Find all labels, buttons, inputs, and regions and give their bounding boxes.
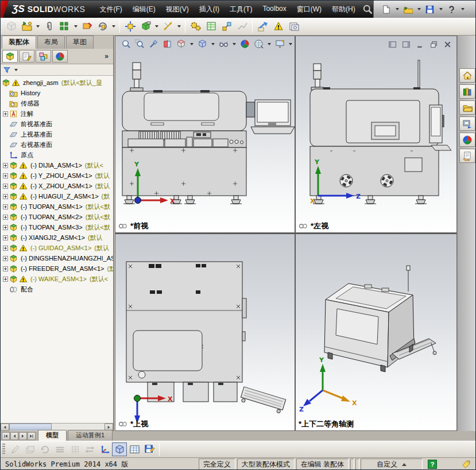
tab-propertymanager[interactable]	[19, 50, 34, 63]
dropdown-caret[interactable]	[190, 43, 194, 45]
panel-overflow-chevron[interactable]: »	[102, 52, 111, 60]
tab-sketch[interactable]: 草图	[66, 36, 94, 49]
tree-expander[interactable]	[2, 201, 9, 212]
zoom-to-area-button[interactable]	[133, 38, 146, 50]
linear-component-pattern-button[interactable]	[57, 20, 72, 34]
tree-item[interactable]: (-) TUOPAN_ASM<1>(默认<默	[1, 201, 113, 212]
dropdown-caret[interactable]	[439, 8, 443, 10]
tree-item[interactable]: 注解	[1, 108, 113, 119]
tree-item[interactable]: (-) WAIKE_ASM<1>(默认<	[1, 274, 113, 284]
tree-expander[interactable]	[2, 170, 9, 181]
dropdown-caret[interactable]	[36, 25, 40, 28]
appearances-scenes-button[interactable]	[459, 133, 475, 147]
tree-item[interactable]: (-) GUIDAO_ASM<1>(默认	[1, 243, 113, 253]
dropdown-caret[interactable]	[74, 25, 78, 28]
section-view-button[interactable]	[161, 38, 174, 50]
menu-view[interactable]: 视图(V)	[161, 2, 194, 17]
quick-tips-help-button[interactable]: ?	[428, 460, 437, 469]
scroll-left-arrow[interactable]	[1, 424, 9, 431]
status-custom-dropdown[interactable]: 自定义	[361, 459, 423, 470]
toolbar-grip[interactable]	[2, 444, 5, 455]
tree-item[interactable]: 前视基准面	[1, 119, 113, 129]
tool-swap-button[interactable]	[82, 442, 97, 456]
tree-item[interactable]: (-) HUAGUI_Z_ASM<1>(默	[1, 191, 113, 201]
search-icon[interactable]	[362, 3, 373, 15]
edit-appearance-button[interactable]	[238, 38, 251, 50]
view-orientation-button[interactable]	[175, 38, 188, 50]
tree-expander[interactable]	[2, 222, 9, 232]
tab-scroll-prev-button[interactable]	[10, 432, 18, 440]
tree-item[interactable]: (-) TUOPAN_ASM<3>(默认<默	[1, 222, 113, 232]
menu-tools[interactable]: 工具(T)	[225, 2, 257, 17]
help-button[interactable]	[445, 3, 459, 15]
tag-icon[interactable]	[461, 459, 473, 469]
tree-expander[interactable]	[2, 181, 9, 191]
tree-item[interactable]: 右视基准面	[1, 139, 113, 150]
zoom-to-fit-button[interactable]	[119, 38, 133, 50]
dropdown-caret[interactable]	[177, 25, 181, 28]
menu-toolbox[interactable]: Toolbox	[257, 2, 291, 17]
dropdown-caret[interactable]	[289, 43, 292, 45]
tree-expander[interactable]	[2, 212, 9, 222]
doc-minimize-button[interactable]	[415, 40, 424, 49]
shaded-with-edges-button[interactable]	[112, 442, 127, 456]
instant3d-button[interactable]	[270, 20, 286, 34]
tree-item[interactable]: 配合	[1, 284, 113, 294]
tab-scroll-last-button[interactable]	[28, 432, 36, 440]
assembly-features-button[interactable]	[138, 20, 153, 34]
menu-help[interactable]: 帮助(H)	[327, 2, 361, 17]
design-library-button[interactable]	[459, 84, 475, 99]
viewport-front[interactable]: Y X *前视	[115, 36, 295, 232]
tool-pencil-button[interactable]	[7, 442, 22, 456]
save-document-button[interactable]	[423, 3, 437, 15]
tab-motion-study-1[interactable]: 运动算例1	[68, 430, 113, 441]
bill-of-materials-button[interactable]	[203, 20, 219, 34]
save-markup-button[interactable]	[142, 442, 157, 456]
new-motion-study-button[interactable]	[188, 20, 203, 34]
dropdown-caret[interactable]	[417, 8, 421, 10]
tab-scroll-next-button[interactable]	[19, 432, 27, 440]
tree-expander[interactable]	[2, 243, 9, 253]
tree-expander[interactable]	[2, 108, 9, 119]
menu-edit[interactable]: 编辑(E)	[127, 2, 161, 17]
filter-caret[interactable]	[14, 69, 18, 71]
dropdown-caret[interactable]	[461, 8, 465, 10]
interference-detection-button[interactable]	[255, 20, 270, 34]
tree-item[interactable]: (-) DIJIA_ASM<1>(默认<	[1, 160, 113, 170]
tree-item[interactable]: (-) Y_ZHOU_ASM<1>(默认	[1, 170, 113, 181]
tree-expander[interactable]	[2, 160, 9, 170]
rotate-component-button[interactable]	[95, 20, 110, 34]
view-palette-button[interactable]	[459, 116, 475, 131]
tree-item[interactable]: 传感器	[1, 98, 113, 108]
tree-expander[interactable]	[2, 191, 9, 201]
tab-displaymanager[interactable]	[52, 50, 68, 63]
coordinate-system-button[interactable]	[97, 442, 112, 456]
dropdown-caret[interactable]	[396, 8, 399, 10]
pane-right-button[interactable]	[401, 40, 411, 49]
dropdown-caret[interactable]	[233, 43, 236, 45]
tab-assembly[interactable]: 装配体	[2, 36, 36, 49]
explode-line-sketch-button[interactable]	[234, 20, 250, 34]
viewport-top[interactable]: X *上视	[115, 234, 295, 430]
file-explorer-button[interactable]	[459, 100, 475, 115]
viewport-isometric[interactable]: Y X Z *上下二等角轴测	[296, 234, 456, 430]
new-document-button[interactable]	[380, 3, 393, 15]
insert-component-button[interactable]	[3, 20, 19, 34]
tool-grid-button[interactable]	[67, 442, 82, 456]
menu-insert[interactable]: 插入(I)	[194, 2, 225, 17]
tree-expander[interactable]	[2, 263, 9, 274]
dropdown-caret[interactable]	[112, 25, 115, 28]
viewport-splitter-horizontal[interactable]	[115, 232, 456, 234]
tree-item[interactable]: History	[1, 88, 113, 98]
move-component-button[interactable]	[122, 20, 138, 34]
open-document-button[interactable]	[401, 3, 415, 15]
tool-lines-button[interactable]	[52, 442, 67, 456]
tool-rotate-button[interactable]	[37, 442, 52, 456]
magnified-selection-button[interactable]	[147, 38, 160, 50]
tab-model[interactable]: 模型	[38, 430, 67, 441]
tree-item[interactable]: (-) DINGSHENAZHUANGZHI_ASM	[1, 253, 113, 263]
tree-expander[interactable]	[2, 274, 9, 284]
tree-item[interactable]: (-) FREEDER_ASM_ASM<1>(默	[1, 263, 113, 274]
solidworks-resources-button[interactable]	[459, 68, 475, 83]
dropdown-caret[interactable]	[211, 43, 215, 45]
